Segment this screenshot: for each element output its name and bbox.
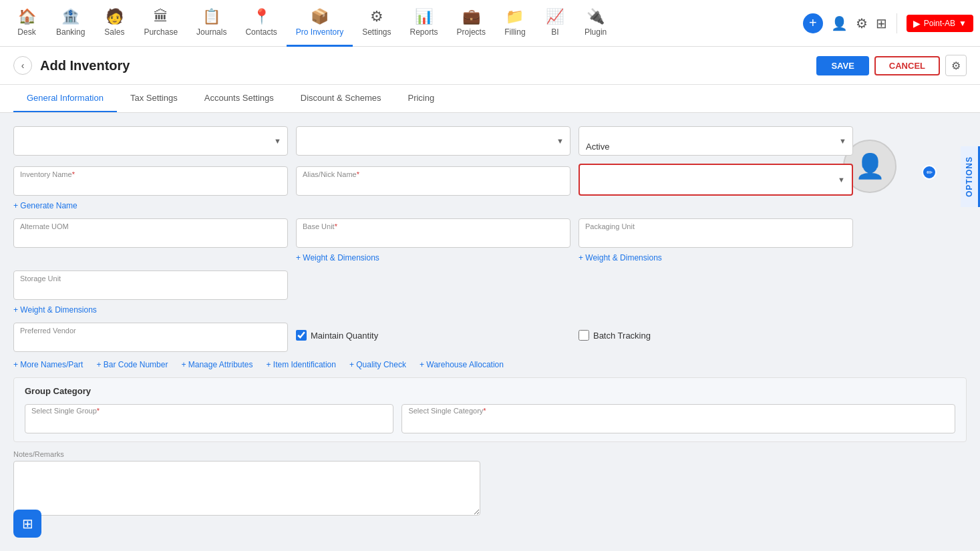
bi-icon: 📈: [546, 8, 564, 25]
cancel-button[interactable]: CANCEL: [874, 56, 940, 75]
bottom-widget-button[interactable]: ⊞: [13, 510, 41, 538]
select-category-input[interactable]: [401, 404, 955, 433]
alias-nick-input[interactable]: [296, 166, 570, 196]
form-row-4: Storage Unit: [13, 270, 967, 300]
form-row-1: Inventory Type* ▼ Use As ▼ Status*: [13, 126, 967, 156]
maintain-quantity-checkbox[interactable]: [296, 330, 307, 341]
youtube-chevron: ▼: [959, 19, 967, 28]
nav-divider: [896, 13, 897, 33]
nav-label-contacts: Contacts: [245, 27, 277, 37]
youtube-label: Point-AB: [924, 19, 955, 28]
manage-attributes-link[interactable]: + Manage Attributes: [181, 360, 253, 369]
storage-unit-field: Storage Unit: [13, 270, 288, 300]
save-button[interactable]: SAVE: [816, 56, 868, 75]
settings-gear-button[interactable]: ⚙: [945, 55, 967, 76]
base-unit-input[interactable]: [296, 218, 570, 248]
warehouse-allocation-link[interactable]: + Warehouse Allocation: [420, 360, 504, 369]
tab-general-label: General Information: [27, 93, 104, 103]
quality-check-link[interactable]: + Quality Check: [349, 360, 406, 369]
nav-label-settings: Settings: [362, 27, 391, 37]
weight-dimensions-storage-link[interactable]: + Weight & Dimensions: [13, 305, 97, 315]
batch-tracking-label[interactable]: Batch Tracking: [593, 331, 651, 341]
maintain-quantity-label[interactable]: Maintain Quantity: [311, 331, 378, 341]
nav-right: + 👤 ⚙ ⊞ ▶ Point-AB ▼: [803, 13, 973, 33]
nav-item-plugin[interactable]: 🔌 Plugin: [575, 0, 616, 47]
select-group-field: Select Single Group*: [25, 404, 393, 433]
tab-pricing[interactable]: Pricing: [394, 85, 448, 112]
options-sidebar[interactable]: OPTIONS: [961, 146, 980, 207]
sku-uom-select[interactable]: [580, 165, 852, 194]
item-identification-link[interactable]: + Item Identification: [267, 360, 336, 369]
inventory-type-select-wrapper: ▼: [13, 126, 288, 156]
nav-item-filling[interactable]: 📁 Filling: [495, 0, 535, 47]
more-options-row: + More Names/Part + Bar Code Number + Ma…: [13, 360, 967, 369]
settings-icon: ⚙: [370, 8, 383, 25]
nav-item-sales[interactable]: 🧑 Sales: [94, 0, 134, 47]
tab-accounts-label: Accounts Settings: [204, 93, 274, 103]
pro-inventory-icon: 📦: [311, 8, 329, 25]
generate-name-link[interactable]: + Generate Name: [13, 201, 77, 210]
storage-unit-input[interactable]: [13, 270, 288, 300]
packaging-unit-input[interactable]: [579, 218, 853, 248]
inventory-name-input[interactable]: [13, 166, 288, 196]
account-icon[interactable]: 👤: [831, 15, 848, 31]
tab-discount-schemes[interactable]: Discount & Schemes: [287, 85, 395, 112]
nav-item-reports[interactable]: 📊 Reports: [401, 0, 448, 47]
status-select[interactable]: Active Inactive: [579, 126, 853, 156]
nav-item-bi[interactable]: 📈 BI: [535, 0, 575, 47]
avatar-edit-button[interactable]: ✏: [922, 165, 937, 180]
tab-tax-settings[interactable]: Tax Settings: [117, 85, 191, 112]
page-title: Add Inventory: [40, 58, 130, 73]
nav-item-settings[interactable]: ⚙ Settings: [353, 0, 400, 47]
more-names-link[interactable]: + More Names/Part: [13, 360, 83, 369]
weight-dimensions-packaging-link[interactable]: + Weight & Dimensions: [579, 253, 662, 262]
group-category-fields: Select Single Group* Select Single Categ…: [25, 404, 955, 433]
base-unit-field: Base Unit*: [296, 218, 570, 248]
alias-nick-field: Alias/Nick Name*: [296, 166, 570, 196]
batch-tracking-checkbox[interactable]: [579, 330, 589, 341]
barcode-link[interactable]: + Bar Code Number: [96, 360, 168, 369]
back-button[interactable]: ‹: [13, 56, 32, 75]
group-category-section: Group Category Select Single Group* Sele…: [13, 377, 967, 442]
notes-textarea[interactable]: [13, 461, 480, 516]
form-row-2: Inventory Name* Alias/Nick Name* SKU/UOM…: [13, 164, 967, 196]
desk-icon: 🏠: [18, 8, 36, 25]
preferred-vendor-input[interactable]: [13, 323, 288, 352]
status-select-wrapper: Active Inactive ▼: [579, 126, 853, 156]
notes-label: Notes/Remarks: [13, 450, 967, 458]
top-navigation: 🏠 Desk 🏦 Banking 🧑 Sales 🏛 Purchase 📋 Jo…: [0, 0, 980, 47]
nav-item-journals[interactable]: 📋 Journals: [187, 0, 236, 47]
nav-item-contacts[interactable]: 📍 Contacts: [236, 0, 286, 47]
tab-general-information[interactable]: General Information: [13, 85, 117, 112]
select-group-input[interactable]: [25, 404, 393, 433]
spacer-alt-uom: [13, 250, 288, 262]
grid-icon[interactable]: ⊞: [876, 15, 887, 31]
nav-label-pro-inventory: Pro Inventory: [296, 27, 343, 37]
nav-item-pro-inventory[interactable]: 📦 Pro Inventory: [287, 0, 353, 47]
tab-discount-label: Discount & Schemes: [301, 93, 381, 103]
journals-icon: 📋: [202, 8, 220, 25]
inventory-type-field: Inventory Type* ▼: [13, 126, 288, 156]
gear-icon[interactable]: ⚙: [856, 15, 868, 31]
nav-label-reports: Reports: [410, 27, 438, 37]
nav-label-banking: Banking: [56, 27, 85, 37]
sales-icon: 🧑: [106, 8, 124, 25]
youtube-button[interactable]: ▶ Point-AB ▼: [907, 15, 973, 32]
nav-item-desk[interactable]: 🏠 Desk: [7, 0, 47, 47]
alternate-uom-input[interactable]: [13, 218, 288, 248]
banking-icon: 🏦: [61, 8, 79, 25]
plus-button[interactable]: +: [803, 13, 823, 33]
bottom-widget-icon: ⊞: [22, 516, 33, 532]
nav-item-banking[interactable]: 🏦 Banking: [47, 0, 94, 47]
use-as-select[interactable]: [296, 126, 570, 156]
inventory-type-select[interactable]: [13, 126, 288, 156]
tab-accounts-settings[interactable]: Accounts Settings: [191, 85, 287, 112]
nav-item-purchase[interactable]: 🏛 Purchase: [134, 0, 187, 47]
nav-label-sales: Sales: [104, 27, 124, 37]
tab-bar: General Information Tax Settings Account…: [0, 85, 980, 113]
nav-item-projects[interactable]: 💼 Projects: [448, 0, 495, 47]
header-left: ‹ Add Inventory: [13, 56, 130, 75]
weight-dimensions-base-link[interactable]: + Weight & Dimensions: [296, 253, 379, 262]
maintain-quantity-field: Maintain Quantity: [296, 330, 570, 345]
generate-name-container: + Generate Name: [13, 198, 967, 210]
